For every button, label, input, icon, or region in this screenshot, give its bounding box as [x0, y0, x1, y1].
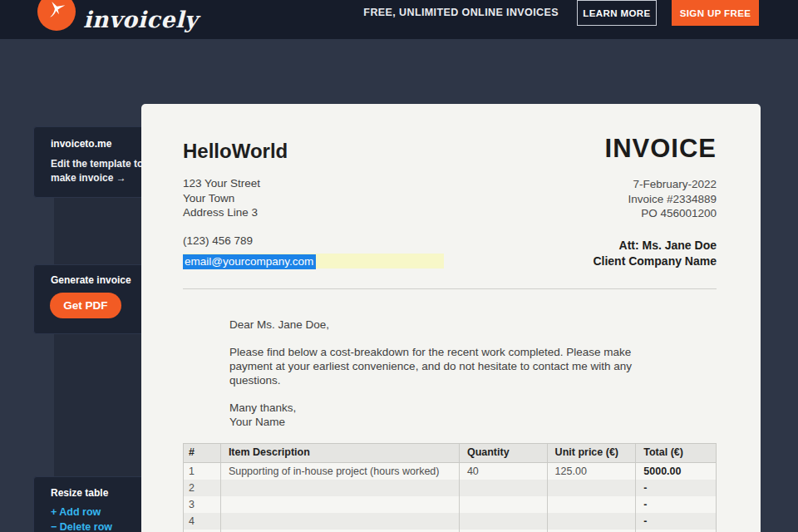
learn-more-button[interactable]: LEARN MORE: [577, 0, 657, 26]
table-row[interactable]: 2-: [184, 480, 716, 496]
total-cell: -: [636, 480, 716, 496]
quantity-cell[interactable]: 40: [460, 463, 548, 480]
row-number-cell: 2: [184, 480, 221, 496]
letter-closing: Many thanks,: [229, 401, 673, 415]
total-cell: -: [636, 513, 716, 530]
table-header-row: #Item DescriptionQuantityUnit price (€)T…: [184, 444, 716, 463]
row-number-cell: 1: [184, 463, 221, 480]
client-block[interactable]: Att: Ms. Jane Doe Client Company Name: [593, 238, 717, 269]
company-name[interactable]: HelloWorld: [183, 140, 288, 163]
add-row-link[interactable]: + Add row: [51, 506, 101, 518]
email-selected-text: email@yourcompany.com: [183, 254, 316, 269]
unit-price-cell[interactable]: [548, 496, 637, 513]
invoice-meta[interactable]: 7-February-2022 Invoice #2334889 PO 4560…: [628, 177, 717, 221]
email-field[interactable]: email@yourcompany.com: [183, 254, 444, 268]
row-number-cell: 3: [184, 496, 221, 513]
promo-line2: make invoice →: [51, 171, 126, 185]
item-description-cell[interactable]: [221, 513, 460, 530]
letter-salutation: Dear Ms. Jane Doe,: [229, 318, 673, 332]
invoice-date: 7-February-2022: [628, 177, 717, 192]
quantity-cell[interactable]: [460, 480, 548, 496]
letter-signature: Your Name: [229, 415, 673, 429]
company-phone[interactable]: (123) 456 789: [183, 234, 253, 247]
invoice-table[interactable]: #Item DescriptionQuantityUnit price (€)T…: [183, 443, 717, 532]
quantity-cell[interactable]: [460, 496, 548, 513]
table-header-cell: #: [184, 444, 221, 462]
total-cell: 5000.00: [636, 463, 716, 480]
unit-price-cell[interactable]: [548, 480, 637, 496]
row-number-cell: 4: [184, 513, 221, 530]
table-row[interactable]: 1Supporting of in-house project (hours w…: [184, 463, 716, 480]
promo-line1: Edit the template to: [51, 157, 143, 171]
page: invoicely FREE, UNLIMITED ONLINE INVOICE…: [0, 0, 798, 532]
address-line: Address Line 3: [183, 205, 260, 220]
invoice-number: Invoice #2334889: [628, 192, 717, 207]
table-row[interactable]: 4-: [184, 513, 716, 530]
header-divider: [183, 288, 717, 289]
sidebar-panel-resize: Resize table + Add row − Delete row: [33, 476, 155, 532]
table-header-cell: Unit price (€): [548, 444, 637, 462]
quantity-cell[interactable]: [460, 513, 548, 530]
header-tagline: FREE, UNLIMITED ONLINE INVOICES: [363, 7, 559, 18]
invoice-title: INVOICE: [605, 134, 717, 164]
client-company: Client Company Name: [593, 254, 717, 269]
sidebar-panel-promo: invoiceto.me Edit the template to make i…: [33, 126, 155, 198]
resize-title: Resize table: [51, 487, 108, 499]
sidebar-panel-generate: Generate invoice Get PDF: [33, 264, 155, 334]
table-header-cell: Quantity: [460, 444, 548, 462]
address-line: Your Town: [183, 191, 260, 206]
brand-wordmark[interactable]: invoicely: [83, 2, 198, 37]
company-address[interactable]: 123 Your Street Your Town Address Line 3: [183, 176, 260, 220]
delete-row-link[interactable]: − Delete row: [51, 521, 112, 532]
letter-body[interactable]: Dear Ms. Jane Doe, Please find below a c…: [229, 318, 673, 429]
bird-icon: [46, 0, 68, 25]
address-line: 123 Your Street: [183, 176, 260, 191]
table-header-cell: Total (€): [636, 444, 716, 462]
get-pdf-button[interactable]: Get PDF: [50, 293, 121, 318]
item-description-cell[interactable]: Supporting of in-house project (hours wo…: [221, 463, 460, 480]
top-navbar: invoicely FREE, UNLIMITED ONLINE INVOICE…: [0, 0, 798, 39]
generate-title: Generate invoice: [51, 274, 131, 286]
unit-price-cell[interactable]: [548, 513, 637, 530]
promo-title: invoiceto.me: [51, 138, 111, 150]
letter-paragraph: Please find below a cost-breakdown for t…: [229, 345, 673, 387]
sign-up-free-button[interactable]: SIGN UP FREE: [672, 0, 759, 26]
invoice-document: HelloWorld 123 Your Street Your Town Add…: [141, 104, 761, 532]
brand-logo[interactable]: [37, 0, 76, 31]
item-description-cell[interactable]: [221, 480, 460, 496]
table-row[interactable]: 3-: [184, 496, 716, 513]
client-attention: Att: Ms. Jane Doe: [593, 238, 717, 254]
unit-price-cell[interactable]: 125.00: [548, 463, 637, 480]
total-cell: -: [636, 496, 716, 513]
table-header-cell: Item Description: [221, 444, 460, 462]
invoice-po: PO 456001200: [628, 206, 717, 221]
item-description-cell[interactable]: [221, 496, 460, 513]
